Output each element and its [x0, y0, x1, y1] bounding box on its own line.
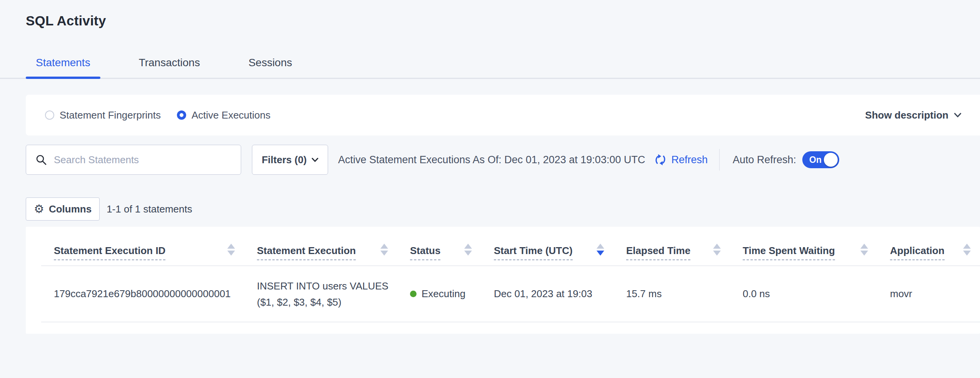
cell-application: movr	[877, 266, 980, 322]
radio-icon	[177, 110, 186, 120]
chevron-down-icon	[312, 157, 318, 162]
cell-elapsed-time: 15.7 ms	[613, 266, 730, 322]
sort-icon	[860, 244, 868, 256]
column-header-label: Time Spent Waiting	[743, 245, 835, 260]
column-header-status[interactable]: Status	[397, 227, 481, 266]
search-input[interactable]	[53, 154, 241, 166]
table-controls-row: ⚙ Columns 1-1 of 1 statements	[26, 197, 980, 221]
search-icon	[35, 154, 47, 166]
show-description-label: Show description	[865, 109, 948, 121]
column-header-label: Start Time (UTC)	[494, 245, 573, 260]
radio-label: Active Executions	[192, 109, 270, 121]
tab-label: Transactions	[139, 57, 200, 69]
column-header-label: Status	[410, 245, 440, 260]
radio-active-executions[interactable]: Active Executions	[177, 109, 270, 121]
search-box	[26, 145, 241, 175]
cell-statement: INSERT INTO users VALUES ($1, $2, $3, $4…	[244, 266, 397, 322]
sort-icon	[963, 244, 971, 256]
statements-table-card: Statement Execution IDStatement Executio…	[26, 227, 980, 334]
view-mode-radio-group: Statement FingerprintsActive Executions	[45, 109, 270, 121]
column-header-start-time-utc[interactable]: Start Time (UTC)	[481, 227, 613, 266]
toggle-state-label: On	[809, 155, 822, 165]
tab-statements[interactable]: Statements	[26, 48, 100, 78]
tab-label: Sessions	[248, 57, 292, 69]
table-body: 179cca7921e679b80000000000000001INSERT I…	[26, 266, 980, 322]
toggle-knob	[824, 153, 838, 167]
auto-refresh-label: Auto Refresh:	[733, 154, 796, 166]
radio-statement-fingerprints[interactable]: Statement Fingerprints	[45, 109, 161, 121]
as-of-caption: Active Statement Executions As Of: Dec 0…	[338, 154, 645, 166]
column-header-time-spent-waiting[interactable]: Time Spent Waiting	[730, 227, 877, 266]
gear-icon: ⚙	[34, 203, 44, 215]
status-dot-icon	[410, 291, 417, 297]
column-header-application[interactable]: Application	[877, 227, 980, 266]
column-header-label: Statement Execution ID	[54, 245, 165, 260]
column-header-statement-execution-id[interactable]: Statement Execution ID	[41, 227, 244, 266]
cell-execution-id: 179cca7921e679b80000000000000001	[41, 266, 244, 322]
show-description-button[interactable]: Show description	[865, 109, 962, 121]
filters-label: Filters (0)	[262, 154, 307, 166]
tabs-bar: StatementsTransactionsSessions	[0, 48, 980, 79]
column-header-elapsed-time[interactable]: Elapsed Time	[613, 227, 730, 266]
controls-row: Filters (0) Active Statement Executions …	[26, 145, 980, 175]
sql-activity-page: SQL Activity StatementsTransactionsSessi…	[0, 0, 980, 334]
cell-status: Executing	[397, 266, 481, 322]
sort-icon	[227, 244, 235, 256]
tab-list: StatementsTransactionsSessions	[26, 48, 331, 78]
sort-icon	[597, 244, 604, 256]
tab-label: Statements	[36, 57, 90, 69]
cell-time-spent-waiting: 0.0 ns	[730, 266, 877, 322]
sort-icon	[380, 244, 388, 256]
columns-label: Columns	[49, 203, 92, 215]
tab-transactions[interactable]: Transactions	[129, 48, 210, 78]
columns-button[interactable]: ⚙ Columns	[26, 197, 100, 221]
filters-button[interactable]: Filters (0)	[252, 145, 328, 175]
tab-sessions[interactable]: Sessions	[238, 48, 302, 78]
table-row: 179cca7921e679b80000000000000001INSERT I…	[41, 266, 980, 322]
page-title: SQL Activity	[26, 13, 980, 28]
results-count: 1-1 of 1 statements	[107, 203, 192, 215]
sort-icon	[464, 244, 472, 256]
auto-refresh-toggle[interactable]: On	[802, 151, 839, 168]
divider	[719, 149, 720, 171]
radio-icon	[45, 110, 54, 120]
column-header-label: Elapsed Time	[626, 245, 690, 260]
chevron-down-icon	[954, 112, 962, 118]
table-header-row: Statement Execution IDStatement Executio…	[41, 227, 980, 266]
refresh-label: Refresh	[671, 154, 708, 166]
refresh-icon	[653, 153, 667, 167]
column-header-label: Application	[890, 245, 945, 260]
column-header-label: Statement Execution	[257, 245, 356, 260]
sort-icon	[713, 244, 721, 256]
column-header-statement-execution[interactable]: Statement Execution	[244, 227, 397, 266]
refresh-button[interactable]: Refresh	[653, 153, 708, 167]
cell-start-time: Dec 01, 2023 at 19:03	[481, 266, 613, 322]
radio-label: Statement Fingerprints	[60, 109, 161, 121]
view-mode-card: Statement FingerprintsActive Executions …	[26, 95, 980, 135]
